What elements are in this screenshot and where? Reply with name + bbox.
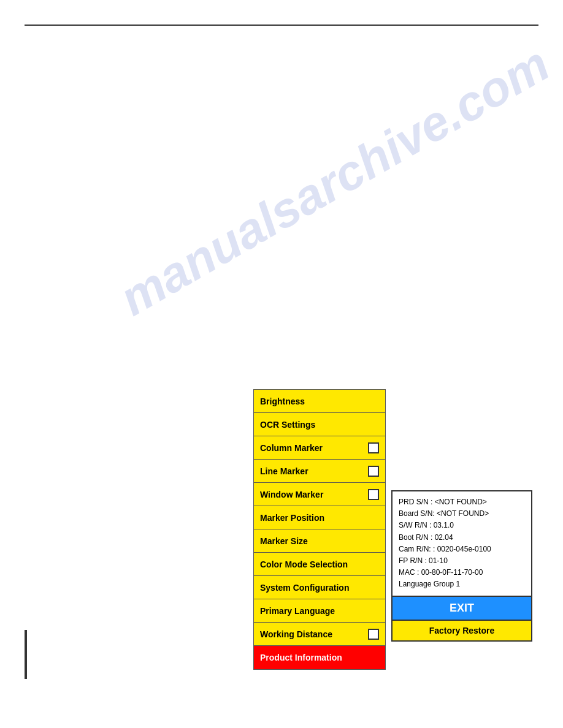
menu-item-marker-size[interactable]: Marker Size [254,529,385,553]
menu-item-system-configuration[interactable]: System Configuration [254,576,385,599]
menu-item-label-line-marker: Line Marker [260,466,308,476]
menu-panel: BrightnessOCR SettingsColumn MarkerLine … [253,389,386,670]
menu-item-working-distance[interactable]: Working Distance [254,623,385,646]
checkbox-column-marker[interactable] [368,442,379,453]
menu-item-label-marker-position: Marker Position [260,513,324,523]
menu-item-product-information[interactable]: Product Information [254,646,385,669]
info-line: Boot R/N : 02.04 [399,532,525,544]
menu-item-label-marker-size: Marker Size [260,536,308,546]
menu-item-label-product-information: Product Information [260,653,342,662]
menu-item-line-marker[interactable]: Line Marker [254,460,385,483]
top-divider [25,25,538,26]
factory-restore-button[interactable]: Factory Restore [393,620,531,640]
checkbox-window-marker[interactable] [368,489,379,500]
info-line: PRD S/N : <NOT FOUND> [399,496,525,508]
checkbox-line-marker[interactable] [368,466,379,477]
info-line: MAC : 00-80-0F-11-70-00 [399,567,525,578]
menu-item-label-window-marker: Window Marker [260,490,323,499]
menu-item-ocr-settings[interactable]: OCR Settings [254,413,385,436]
menu-item-marker-position[interactable]: Marker Position [254,506,385,529]
info-line: FP R/N : 01-10 [399,555,525,567]
menu-item-label-working-distance: Working Distance [260,629,332,639]
menu-item-primary-language[interactable]: Primary Language [254,599,385,623]
menu-item-color-mode-selection[interactable]: Color Mode Selection [254,553,385,576]
info-line: Language Group 1 [399,578,525,590]
info-panel: PRD S/N : <NOT FOUND>Board S/N: <NOT FOU… [391,490,532,642]
menu-item-label-brightness: Brightness [260,396,305,406]
menu-item-column-marker[interactable]: Column Marker [254,436,385,460]
info-text-block: PRD S/N : <NOT FOUND>Board S/N: <NOT FOU… [393,491,531,596]
menu-item-label-column-marker: Column Marker [260,443,323,453]
menu-item-label-ocr-settings: OCR Settings [260,420,315,430]
menu-item-window-marker[interactable]: Window Marker [254,483,385,506]
menu-item-label-color-mode-selection: Color Mode Selection [260,559,348,569]
watermark: manualsarchive.com [110,36,559,327]
info-line: S/W R/N : 03.1.0 [399,520,525,531]
exit-button[interactable]: EXIT [393,596,531,620]
info-line: Cam R/N: : 0020-045e-0100 [399,544,525,555]
menu-item-brightness[interactable]: Brightness [254,390,385,413]
menu-item-label-primary-language: Primary Language [260,606,335,616]
checkbox-working-distance[interactable] [368,629,379,640]
left-bar [25,630,27,679]
menu-item-label-system-configuration: System Configuration [260,583,349,593]
info-line: Board S/N: <NOT FOUND> [399,508,525,520]
